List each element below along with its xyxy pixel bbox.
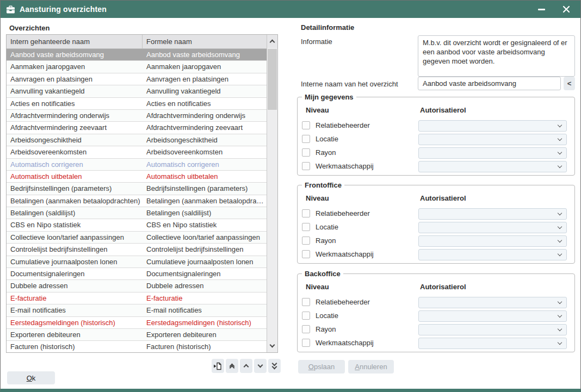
- scroll-down-button[interactable]: [267, 339, 277, 352]
- table-cell: Dubbele adressen: [7, 280, 143, 291]
- informatie-textarea[interactable]: M.b.v. dit overzicht wordt er gesignalee…: [418, 35, 575, 77]
- checkbox-rayon[interactable]: [302, 148, 310, 157]
- table-cell: E-mail notificaties: [143, 304, 267, 316]
- autorisatierol-dropdown-werkmaatschappij[interactable]: [418, 249, 567, 260]
- table-row[interactable]: Exporteren debiteurenExporteren debiteur…: [7, 329, 267, 341]
- table-row[interactable]: Collectieve loon/tarief aanpassingenColl…: [7, 232, 267, 244]
- checkbox-werkmaatschappij[interactable]: [302, 250, 310, 258]
- table-row[interactable]: Afdrachtvermindering onderwijsAfdrachtve…: [7, 110, 267, 122]
- chevron-down-icon: [272, 364, 277, 370]
- scroll-up-button[interactable]: [267, 35, 277, 48]
- new-record-button[interactable]: [212, 359, 224, 373]
- table-cell: E-mail notificaties: [7, 304, 143, 316]
- move-bottom-button[interactable]: [268, 359, 281, 373]
- checkbox-relatiebeheerder[interactable]: [302, 298, 310, 306]
- new-record-icon: [214, 362, 222, 370]
- move-top-button[interactable]: [226, 359, 238, 373]
- minimize-button[interactable]: [537, 5, 546, 14]
- autorisatierol-dropdown-werkmaatschappij[interactable]: [418, 161, 567, 172]
- close-icon: [563, 5, 570, 13]
- autorisatierol-dropdown-rayon[interactable]: [418, 235, 567, 247]
- checkbox-locatie[interactable]: [302, 312, 310, 320]
- autorisatierol-dropdown-locatie[interactable]: [418, 222, 567, 233]
- chevron-down-icon: [258, 363, 263, 368]
- table-row[interactable]: E-facturatieE-facturatie: [7, 293, 267, 304]
- checkbox-relatiebeheerder[interactable]: [302, 209, 310, 217]
- toolbox-icon: [6, 5, 15, 14]
- table-row[interactable]: Betalingen (saldilijst)Betalingen (saldi…: [7, 207, 267, 219]
- lookup-button[interactable]: <: [564, 77, 575, 90]
- record-navigation-toolbar: [212, 359, 281, 373]
- niveau-label: Rayon: [316, 237, 336, 245]
- autorisatierol-dropdown-relatiebeheerder[interactable]: [418, 120, 567, 132]
- autorisatierol-dropdown-locatie[interactable]: [418, 134, 567, 145]
- table-row[interactable]: ArbeidsongeschiktheidArbeidsongeschikthe…: [7, 134, 267, 146]
- niveau-header: Niveau: [306, 283, 329, 291]
- table-row[interactable]: Afdrachtvermindering zeevaartAfdrachtver…: [7, 122, 267, 134]
- chevron-up-icon: [270, 40, 275, 45]
- autorisatierol-dropdown-relatiebeheerder[interactable]: [418, 297, 567, 308]
- column-header-formele-naam[interactable]: Formele naam: [143, 35, 267, 48]
- chevron-down-icon: [558, 340, 562, 345]
- niveau-row: Locatie: [298, 222, 574, 234]
- autorisatierol-dropdown-locatie[interactable]: [418, 310, 567, 322]
- table-row[interactable]: Eerstedagsmeldingen (historisch)Eersteda…: [7, 317, 267, 329]
- table-row[interactable]: Aanbod vaste arbeidsomvangAanbod vaste a…: [7, 49, 267, 61]
- chevron-down-icon: [558, 211, 562, 215]
- detailinformatie-heading: Detailinformatie: [301, 23, 354, 32]
- table-cell: Automatisch corrigeren: [7, 159, 143, 170]
- chevron-down-icon: [558, 123, 562, 127]
- checkbox-relatiebeheerder[interactable]: [302, 121, 310, 129]
- table-row[interactable]: ArbeidsovereenkomstenArbeidsovereenkomst…: [7, 146, 267, 158]
- table-cell: E-facturatie: [7, 293, 143, 304]
- niveau-row: Locatie: [298, 134, 574, 146]
- scrollbar-thumb[interactable]: [268, 49, 277, 110]
- table-cell: E-facturatie: [143, 293, 267, 304]
- vertical-scrollbar[interactable]: [267, 35, 277, 352]
- checkbox-werkmaatschappij[interactable]: [302, 162, 310, 170]
- table-row[interactable]: Automatisch uitbetalenAutomatisch uitbet…: [7, 171, 267, 183]
- autorisatierol-dropdown-werkmaatschappij[interactable]: [418, 338, 567, 349]
- close-button[interactable]: [562, 5, 571, 14]
- table-cell: Controlelijst bedrijfsinstellingen: [143, 244, 267, 255]
- move-up-button[interactable]: [240, 359, 252, 373]
- table-row[interactable]: Acties en notificatiesActies en notifica…: [7, 98, 267, 110]
- table-row[interactable]: Controlelijst bedrijfsinstellingenContro…: [7, 244, 267, 256]
- niveau-row: Rayon: [298, 235, 574, 247]
- autorisatierol-header: Autorisatierol: [420, 194, 466, 202]
- table-row[interactable]: Facturen (historisch)Facturen (historisc…: [7, 341, 267, 352]
- table-cell: Betalingen (saldilijst): [143, 207, 267, 219]
- interne-naam-input[interactable]: [418, 77, 561, 90]
- checkbox-locatie[interactable]: [302, 135, 310, 143]
- table-row[interactable]: CBS en Nipo statistiekCBS en Nipo statis…: [7, 219, 267, 231]
- column-header-intern-naam[interactable]: Intern gehanteerde naam: [7, 35, 143, 48]
- opslaan-button[interactable]: Opslaan: [298, 360, 345, 374]
- table-row[interactable]: Aanvulling vakantiegeldAanvulling vakant…: [7, 85, 267, 97]
- autorisatierol-dropdown-rayon[interactable]: [418, 324, 567, 335]
- table-row[interactable]: Betalingen (aanmaken betaalopdrachten)Be…: [7, 195, 267, 207]
- table-cell: Documentsignaleringen: [143, 268, 267, 279]
- checkbox-locatie[interactable]: [302, 223, 310, 231]
- table-row[interactable]: Aanmaken jaaropgavenAanmaken jaaropgaven: [7, 61, 267, 73]
- table-row[interactable]: Cumulatieve journaalposten lonenCumulati…: [7, 256, 267, 268]
- annuleren-button[interactable]: Annuleren: [348, 360, 394, 374]
- table-cell: Automatisch uitbetalen: [7, 171, 143, 182]
- checkbox-rayon[interactable]: [302, 325, 310, 333]
- autorisatierol-dropdown-relatiebeheerder[interactable]: [418, 208, 567, 220]
- table-row[interactable]: Automatisch corrigerenAutomatisch corrig…: [7, 159, 267, 171]
- table-row[interactable]: E-mail notificatiesE-mail notificaties: [7, 304, 267, 316]
- table-row[interactable]: Dubbele adressenDubbele adressen: [7, 280, 267, 292]
- autorisatierol-dropdown-rayon[interactable]: [418, 147, 567, 159]
- checkbox-werkmaatschappij[interactable]: [302, 339, 310, 347]
- move-down-button[interactable]: [254, 359, 267, 373]
- table-cell: Collectieve loon/tarief aanpassingen: [143, 232, 267, 243]
- table-row[interactable]: Bedrijfsinstellingen (parameters)Bedrijf…: [7, 183, 267, 195]
- table-row[interactable]: Aanvragen en plaatsingenAanvragen en pla…: [7, 73, 267, 85]
- niveau-row: Relatiebeheerder: [298, 297, 574, 309]
- checkbox-rayon[interactable]: [302, 237, 310, 245]
- chevron-up-icon: [244, 364, 249, 370]
- table-row[interactable]: DocumentsignaleringenDocumentsignalering…: [7, 268, 267, 280]
- group-title: Backoffice: [302, 270, 343, 278]
- ok-button[interactable]: Ok: [7, 371, 55, 384]
- chevron-down-icon: [558, 136, 562, 141]
